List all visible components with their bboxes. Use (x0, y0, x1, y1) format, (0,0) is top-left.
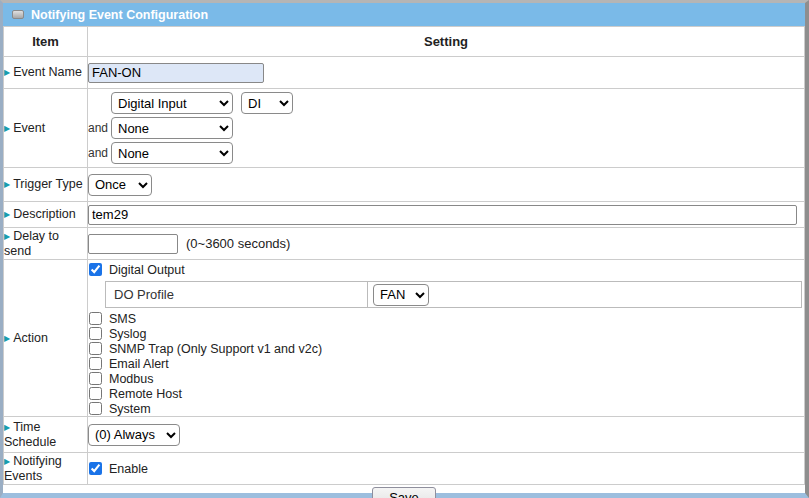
table-header-row: Item Setting (4, 27, 805, 57)
digital-output-checkbox[interactable] (89, 263, 102, 276)
row-trigger-type: ▶Trigger Type Once (4, 168, 805, 202)
window-panel-icon (12, 10, 24, 19)
system-label: System (109, 402, 151, 416)
enable-checkbox[interactable] (89, 462, 102, 475)
row-event: ▶Event Digital Input DI and None and Non… (4, 89, 805, 168)
event-and1-select[interactable]: None (111, 117, 233, 139)
email-alert-checkbox[interactable] (89, 357, 102, 370)
triangle-right-icon: ▶ (4, 334, 10, 343)
triangle-right-icon: ▶ (4, 457, 10, 466)
delay-label: ▶Delay to send (4, 228, 88, 260)
column-header-item: Item (4, 27, 88, 57)
triangle-right-icon: ▶ (4, 124, 10, 133)
modbus-checkbox[interactable] (89, 372, 102, 385)
system-checkbox[interactable] (89, 402, 102, 415)
row-event-name: ▶Event Name (4, 57, 805, 89)
triangle-right-icon: ▶ (4, 423, 10, 432)
event-and2-select[interactable]: None (111, 142, 233, 164)
email-alert-label: Email Alert (109, 357, 169, 371)
snmp-trap-checkbox[interactable] (89, 342, 102, 355)
page-title: Notifying Event Configuration (31, 8, 208, 22)
footer-row: Save (4, 485, 805, 498)
row-action: ▶Action Digital Output DO Profile FAN SM… (4, 260, 805, 417)
and-label: and (88, 121, 111, 135)
row-delay-to-send: ▶Delay to send (0~3600 seconds) (4, 228, 805, 260)
event-name-input[interactable] (88, 63, 264, 83)
event-type-select[interactable]: Digital Input (111, 92, 233, 114)
config-table: Item Setting ▶Event Name ▶Event Digital … (3, 26, 805, 498)
triangle-right-icon: ▶ (4, 68, 10, 77)
notifying-event-configuration-window: Notifying Event Configuration Item Setti… (0, 0, 809, 498)
row-time-schedule: ▶Time Schedule (0) Always (4, 417, 805, 453)
do-profile-select[interactable]: FAN (373, 284, 429, 306)
delay-input[interactable] (88, 234, 178, 254)
sms-label: SMS (109, 312, 136, 326)
notifying-events-label: ▶Notifying Events (4, 453, 88, 485)
description-input[interactable] (88, 205, 797, 225)
sms-checkbox[interactable] (89, 312, 102, 325)
delay-range-hint: (0~3600 seconds) (186, 236, 290, 251)
triangle-right-icon: ▶ (4, 180, 10, 189)
triangle-right-icon: ▶ (4, 210, 10, 219)
description-label: ▶Description (4, 202, 88, 228)
event-subtype-select[interactable]: DI (241, 92, 293, 114)
action-label: ▶Action (4, 260, 88, 417)
remote-host-checkbox[interactable] (89, 387, 102, 400)
digital-output-label: Digital Output (109, 263, 185, 277)
enable-label: Enable (109, 462, 148, 476)
remote-host-label: Remote Host (109, 387, 182, 401)
time-schedule-select[interactable]: (0) Always (88, 424, 180, 446)
row-notifying-events: ▶Notifying Events Enable (4, 453, 805, 485)
do-profile-subtable: DO Profile FAN (105, 281, 802, 308)
column-header-setting: Setting (88, 27, 805, 57)
syslog-label: Syslog (109, 327, 147, 341)
and-label: and (88, 146, 111, 160)
modbus-label: Modbus (109, 372, 153, 386)
triangle-right-icon: ▶ (4, 232, 10, 241)
save-button[interactable]: Save (372, 487, 436, 498)
syslog-checkbox[interactable] (89, 327, 102, 340)
trigger-type-label: ▶Trigger Type (4, 168, 88, 202)
event-label: ▶Event (4, 89, 88, 168)
time-schedule-label: ▶Time Schedule (4, 417, 88, 453)
row-description: ▶Description (4, 202, 805, 228)
do-profile-label: DO Profile (106, 282, 368, 307)
snmp-trap-label: SNMP Trap (Only Support v1 and v2c) (109, 342, 322, 356)
trigger-type-select[interactable]: Once (88, 174, 152, 196)
event-name-label: ▶Event Name (4, 57, 88, 89)
title-bar: Notifying Event Configuration (3, 3, 805, 26)
